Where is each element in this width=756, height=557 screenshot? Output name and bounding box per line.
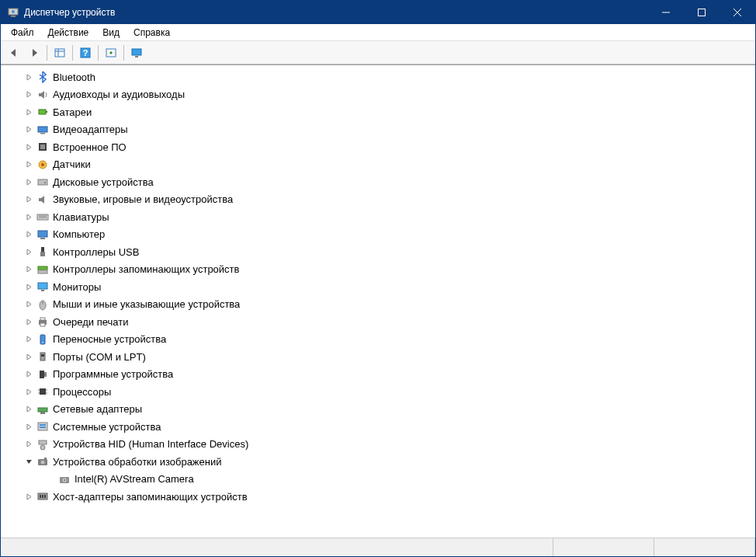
tree-item-label: Системные устройства	[53, 421, 161, 433]
tree-item-audio[interactable]: Аудиовходы и аудиовыходы	[4, 86, 755, 104]
menu-file[interactable]: Файл	[4, 26, 41, 40]
expand-icon[interactable]	[23, 193, 35, 206]
svg-rect-61	[44, 458, 47, 459]
svg-rect-44	[41, 354, 44, 357]
statusbar	[1, 538, 755, 556]
expander-placeholder	[44, 473, 57, 486]
audio-icon	[36, 89, 49, 101]
tree-child-item[interactable]: Intel(R) AVStream Camera	[4, 471, 755, 489]
tree-item-portable[interactable]: Переносные устройства	[4, 331, 755, 349]
expand-icon[interactable]	[23, 211, 35, 223]
collapse-icon[interactable]	[23, 455, 35, 468]
tree-item-firmware[interactable]: Встроенное ПО	[4, 138, 755, 156]
hid-icon	[36, 438, 49, 451]
port-icon	[36, 350, 49, 363]
titlebar: Диспетчер устройств	[1, 1, 755, 24]
tree-item-mouse[interactable]: Мыши и иные указывающие устройства	[4, 296, 755, 314]
svg-rect-56	[40, 426, 46, 428]
sound-icon	[36, 193, 49, 206]
expand-icon[interactable]	[23, 176, 35, 188]
svg-rect-40	[40, 323, 45, 326]
tree-item-cpu[interactable]: Процессоры	[4, 383, 755, 401]
expand-icon[interactable]	[23, 420, 35, 433]
svg-rect-28	[38, 231, 47, 237]
svg-rect-68	[44, 495, 46, 498]
tree-item-battery[interactable]: Батареи	[4, 103, 755, 121]
expand-icon[interactable]	[23, 385, 35, 398]
svg-point-58	[40, 445, 45, 450]
svg-rect-7	[55, 49, 64, 57]
tree-item-print-queue[interactable]: Очереди печати	[4, 313, 755, 331]
tree-item-imaging[interactable]: Устройства обработки изображений	[4, 453, 755, 471]
tree-item-label: Звуковые, игровые и видеоустройства	[53, 193, 233, 205]
help-button[interactable]: ?	[76, 44, 95, 62]
tree-item-display-adapter[interactable]: Видеоадаптеры	[4, 121, 755, 139]
expand-icon[interactable]	[23, 333, 35, 346]
firmware-icon	[36, 141, 49, 153]
show-hide-tree-button[interactable]	[50, 44, 69, 62]
svg-rect-30	[41, 247, 44, 252]
tree-item-label: Контроллеры запоминающих устройств	[53, 263, 239, 275]
svg-point-60	[41, 461, 45, 465]
expand-icon[interactable]	[23, 141, 35, 153]
tree-item-label: Устройства HID (Human Interface Devices)	[53, 438, 248, 450]
tree-item-port[interactable]: Порты (COM и LPT)	[4, 348, 755, 366]
svg-point-64	[64, 479, 65, 481]
tree-item-monitor[interactable]: Мониторы	[4, 278, 755, 296]
tree-item-hid[interactable]: Устройства HID (Human Interface Devices)	[4, 436, 755, 454]
expand-icon[interactable]	[23, 490, 35, 503]
expand-icon[interactable]	[23, 71, 35, 83]
scan-hardware-button[interactable]	[102, 44, 120, 62]
expand-icon[interactable]	[23, 89, 35, 101]
storage-ctrl-icon	[36, 263, 49, 276]
expand-icon[interactable]	[23, 298, 35, 311]
menu-action[interactable]: Действие	[41, 26, 96, 40]
network-icon	[36, 403, 49, 416]
status-cell	[553, 538, 654, 556]
expand-icon[interactable]	[23, 438, 35, 451]
close-button[interactable]	[720, 1, 755, 24]
toolbar-separator	[123, 45, 124, 61]
expand-icon[interactable]	[23, 263, 35, 276]
expand-icon[interactable]	[23, 280, 35, 293]
device-tree[interactable]: BluetoothАудиовходы и аудиовыходыБатареи…	[1, 65, 755, 538]
tree-item-disk[interactable]: Дисковые устройства	[4, 173, 755, 191]
monitor-button[interactable]	[127, 44, 146, 62]
tree-item-usb[interactable]: Контроллеры USB	[4, 243, 755, 261]
tree-item-software[interactable]: Программные устройства	[4, 366, 755, 384]
tree-item-sound[interactable]: Звуковые, игровые и видеоустройства	[4, 191, 755, 209]
tree-item-label: Очереди печати	[53, 316, 129, 328]
tree-item-label: Программные устройства	[53, 368, 173, 380]
expand-icon[interactable]	[23, 315, 35, 328]
tree-item-computer[interactable]: Компьютер	[4, 226, 755, 244]
forward-button[interactable]	[25, 44, 43, 62]
tree-item-bluetooth[interactable]: Bluetooth	[4, 68, 755, 86]
svg-rect-46	[44, 372, 47, 377]
svg-text:?: ?	[83, 48, 88, 57]
menu-view[interactable]: Вид	[95, 26, 127, 40]
tree-item-host-adapter[interactable]: Хост-адаптеры запоминающих устройств	[4, 488, 755, 506]
tree-item-sensor[interactable]: Датчики	[4, 156, 755, 174]
maximize-button[interactable]	[684, 1, 720, 24]
tree-item-storage-ctrl[interactable]: Контроллеры запоминающих устройств	[4, 261, 755, 279]
expand-icon[interactable]	[23, 245, 35, 258]
tree-item-system[interactable]: Системные устройства	[4, 418, 755, 436]
expand-icon[interactable]	[23, 403, 35, 416]
menu-help[interactable]: Справка	[127, 26, 177, 40]
svg-rect-20	[40, 144, 45, 149]
minimize-button[interactable]	[648, 1, 684, 24]
expand-icon[interactable]	[23, 124, 35, 136]
tree-item-label: Контроллеры USB	[53, 246, 139, 258]
sensor-icon	[36, 158, 49, 171]
expand-icon[interactable]	[23, 228, 35, 241]
svg-rect-17	[38, 127, 47, 132]
expand-icon[interactable]	[23, 350, 35, 363]
expand-icon[interactable]	[23, 106, 35, 118]
tree-item-network[interactable]: Сетевые адаптеры	[4, 401, 755, 419]
back-button[interactable]	[5, 44, 23, 62]
tree-item-keyboard[interactable]: Клавиатуры	[4, 208, 755, 226]
bluetooth-icon	[36, 71, 49, 83]
expand-icon[interactable]	[23, 158, 35, 171]
svg-point-2	[12, 10, 15, 13]
expand-icon[interactable]	[23, 368, 35, 381]
